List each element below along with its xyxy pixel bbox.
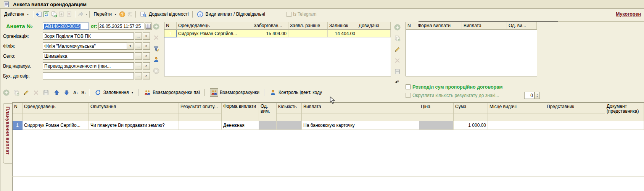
- mutual-settlements-button[interactable]: Взаєморозрахунки: [208, 87, 261, 97]
- calendar-button[interactable]: [145, 23, 152, 30]
- copy-row-icon[interactable]: [12, 89, 20, 96]
- save-floppy-icon[interactable]: [393, 68, 401, 75]
- contract-input[interactable]: [43, 72, 134, 79]
- table-row[interactable]: 1 Сидорчук Роман Сергійов... 15 404.00 1…: [164, 30, 391, 37]
- contract-label: Бух. договір:: [3, 73, 30, 79]
- chevron-down-icon[interactable]: ▼: [85, 13, 88, 16]
- refresh-icon[interactable]: [43, 10, 50, 18]
- telegram-checkbox[interactable]: [287, 12, 291, 17]
- extra-info-button[interactable]: Додакові відомості: [138, 10, 191, 19]
- cell-payment[interactable]: На банковскую карточку: [302, 121, 419, 130]
- move-up-icon[interactable]: [53, 89, 60, 96]
- branch-dropdown-button[interactable]: ▼: [127, 42, 134, 50]
- village-input[interactable]: Шиманівка: [43, 52, 134, 60]
- filter-icon[interactable]: [152, 45, 160, 52]
- move-down-icon[interactable]: [63, 89, 70, 96]
- cell-debt[interactable]: 15 404.00: [252, 30, 288, 37]
- sort-descending-icon[interactable]: Я↓: [81, 90, 86, 95]
- accrual-select-button[interactable]: ...: [135, 62, 142, 70]
- cell-survey[interactable]: Чи плануєте Ви продавати землю?: [89, 121, 179, 130]
- cell-sum[interactable]: 1 000.00: [454, 121, 488, 130]
- contract-select-button[interactable]: ...: [135, 72, 142, 79]
- date-input[interactable]: 26.05.2025 11:57:25: [98, 23, 144, 30]
- cell-claimed[interactable]: [288, 30, 328, 37]
- cell-landlord[interactable]: Сидорчук Роман Сергійов...: [177, 30, 252, 37]
- col-survey: Опитування: [89, 103, 179, 121]
- table-bottom-line: [12, 176, 644, 177]
- accrual-clear-button[interactable]: ×: [143, 62, 150, 70]
- dt-kt-icon[interactable]: ДтКт: [126, 10, 134, 18]
- payment-table-toolbar: ◀»: [393, 23, 401, 84]
- collapse-control[interactable]: ◀»: [395, 79, 399, 84]
- col-price: Ціна: [419, 103, 454, 121]
- mutual-settlements-pai-button[interactable]: Взаєморозрахунки паї: [142, 88, 202, 97]
- distribute-sums-checkbox[interactable]: [406, 84, 411, 89]
- delete-row-icon[interactable]: [152, 34, 160, 41]
- cell-issue[interactable]: [357, 30, 391, 37]
- organization-input[interactable]: Зоря Поділля ТОВ ПК: [43, 32, 134, 40]
- unpost-document-icon[interactable]: [66, 10, 73, 18]
- actions-button[interactable]: Действия▼: [2, 11, 31, 18]
- help-icon[interactable]: ?: [119, 10, 126, 18]
- cell-landlord[interactable]: Сидорчук Роман Сергійо...: [23, 121, 89, 130]
- anketa-number-input[interactable]: АВ146-200-0015: [43, 23, 89, 30]
- add-row-icon[interactable]: [152, 23, 160, 30]
- delete-row-icon[interactable]: [393, 57, 401, 64]
- cell-balance[interactable]: 14 404.00: [328, 30, 357, 37]
- chevron-down-icon: ▼: [129, 44, 132, 48]
- debt-table: N Орендодавець Заборгован... Заявл. рані…: [164, 22, 391, 76]
- fill-button[interactable]: Заповнення▼: [92, 88, 135, 97]
- round-quantity-checkbox[interactable]: [406, 93, 411, 98]
- edit-pencil-icon[interactable]: [22, 89, 30, 96]
- branch-clear-button[interactable]: ×: [143, 42, 150, 50]
- save-close-icon[interactable]: [35, 10, 43, 18]
- people-pair-icon: [210, 88, 218, 97]
- village-clear-button[interactable]: ×: [143, 52, 150, 60]
- branch-input[interactable]: Філія "Маломочульська": [43, 42, 127, 50]
- cell-representative-document[interactable]: [605, 121, 644, 130]
- delete-row-icon[interactable]: [32, 89, 40, 96]
- village-select-button[interactable]: ...: [135, 52, 142, 60]
- round-digits-spinner[interactable]: ▲ ▼: [535, 92, 540, 99]
- cell-survey-result[interactable]: [179, 121, 222, 130]
- col-debt: Заборгован...: [252, 22, 288, 30]
- anketa-number-label: Анкета №: [6, 23, 33, 29]
- sort-ascending-icon[interactable]: А↓: [73, 90, 78, 95]
- contract-clear-button[interactable]: ×: [143, 72, 150, 79]
- cell-row-number[interactable]: 1: [164, 30, 177, 37]
- edit-pencil-icon[interactable]: [393, 45, 401, 53]
- accrual-type-input[interactable]: Перевод задолженности (паи...: [43, 62, 134, 70]
- tab-planning-payments[interactable]: Планування виплат: [3, 103, 12, 163]
- organization-clear-button[interactable]: ×: [143, 32, 150, 40]
- save-floppy-icon[interactable]: [42, 89, 50, 96]
- col-payment: Виплата: [302, 103, 419, 121]
- cell-row-number[interactable]: 1: [13, 121, 23, 130]
- share-arrow-icon[interactable]: [77, 10, 85, 18]
- col-balance: Залишок: [328, 22, 357, 30]
- payment-kinds-button[interactable]: Види виплат / Відповідальні: [195, 10, 267, 19]
- clear-circle-icon[interactable]: [152, 67, 160, 74]
- table-row[interactable]: 1 Сидорчук Роман Сергійо... Чи плануєте …: [13, 121, 644, 130]
- cell-payment-form[interactable]: Денежная: [222, 121, 259, 130]
- cell-issue-place[interactable]: [488, 121, 545, 130]
- branch-select-button[interactable]: ...: [135, 42, 142, 50]
- post-document-icon[interactable]: [58, 10, 66, 18]
- planning-table: N Орендодавець Опитування Результат опит…: [12, 102, 644, 191]
- person-icon[interactable]: [152, 56, 160, 63]
- selected-text: АВ146-200-0015: [44, 24, 80, 29]
- cell-representative[interactable]: [545, 121, 605, 130]
- divider: [75, 11, 76, 18]
- chevron-down-icon: ▼: [27, 13, 29, 16]
- col-unit: Од. ви...: [507, 22, 537, 30]
- user-link[interactable]: Мукогорен: [616, 11, 642, 17]
- round-digits-input[interactable]: 0: [524, 92, 535, 99]
- go-to-button[interactable]: Перейти▼: [92, 11, 119, 18]
- add-row-icon[interactable]: [393, 23, 401, 31]
- id-code-control-button[interactable]: Контроль ідент. коду: [267, 88, 324, 97]
- copy-row-icon[interactable]: [393, 34, 401, 42]
- organization-select-button[interactable]: ...: [135, 32, 142, 40]
- copy-document-icon[interactable]: [50, 10, 58, 18]
- window-left-border: [0, 0, 0, 191]
- debt-table-header: N Орендодавець Заборгован... Заявл. рані…: [164, 22, 391, 30]
- add-row-icon[interactable]: [2, 89, 10, 96]
